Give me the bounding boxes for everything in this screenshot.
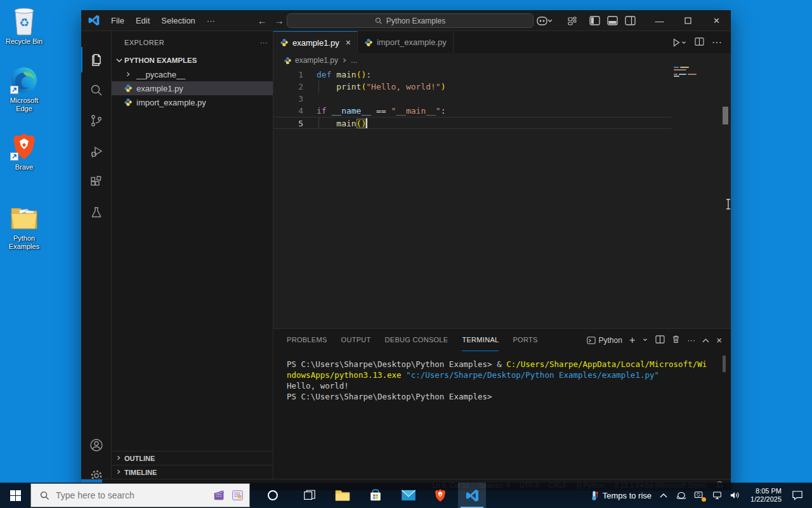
split-editor-icon[interactable]	[695, 37, 704, 48]
copilot-icon[interactable]	[536, 13, 554, 29]
file-name: import_example.py	[136, 98, 206, 107]
python-file-icon	[123, 98, 133, 107]
explorer-section-header[interactable]: PYTHON EXAMPLES	[112, 53, 273, 67]
code-line[interactable]: 1def main():	[273, 69, 671, 81]
file-row[interactable]: import_example.py	[112, 95, 273, 109]
close-button[interactable]: ×	[702, 10, 731, 31]
desktop-icon-python-examples[interactable]: Python Examples	[1, 203, 47, 251]
activity-extensions-icon[interactable]	[81, 170, 112, 195]
minimap-line	[674, 69, 722, 70]
menu-item[interactable]: Selection	[155, 10, 200, 31]
editor-tab[interactable]: example1.py×	[273, 31, 358, 53]
vscode-taskbar-button[interactable]	[458, 483, 486, 508]
activity-explorer-icon[interactable]	[81, 47, 112, 72]
toggle-sidebar-icon[interactable]	[586, 13, 603, 29]
menu-item[interactable]: Edit	[130, 10, 155, 31]
minimap-line	[674, 76, 722, 77]
desktop-icon-brave[interactable]: Brave	[1, 132, 47, 171]
editor-tab[interactable]: import_example.py	[358, 31, 454, 53]
section-outline[interactable]: OUTLINE	[112, 451, 273, 465]
tray-expand-chevron-icon[interactable]	[658, 490, 669, 501]
menu-item[interactable]: ···	[201, 10, 221, 31]
panel-tab-ports[interactable]: PORTS	[513, 329, 537, 351]
forward-arrow-icon[interactable]: →	[275, 15, 284, 26]
activity-source-control-icon[interactable]	[81, 108, 112, 133]
code-line[interactable]: 4if __name__ == "__main__":	[273, 105, 671, 117]
recycle-bin-icon: ♻	[10, 6, 39, 36]
maximize-button[interactable]	[674, 10, 702, 31]
close-panel-icon[interactable]: ×	[716, 335, 722, 345]
movies-icon	[213, 488, 226, 502]
terminal-output[interactable]: PS C:\Users\Sharpe\Desktop\Python Exampl…	[287, 359, 714, 476]
chevron-right-icon	[115, 455, 122, 462]
vscode-logo-icon	[88, 14, 100, 27]
desktop-icon-recycle-bin[interactable]: ♻ Recycle Bin	[1, 6, 47, 46]
panel-tab-debug-console[interactable]: DEBUG CONSOLE	[385, 329, 449, 351]
new-terminal-icon[interactable]: +	[629, 335, 635, 346]
toggle-panel-icon[interactable]	[603, 13, 621, 29]
taskbar-search-box[interactable]	[30, 483, 250, 507]
file-row[interactable]: __pycache__	[112, 67, 273, 81]
activity-search-icon[interactable]	[81, 77, 112, 103]
back-arrow-icon[interactable]: ←	[258, 15, 267, 26]
activity-account-icon[interactable]	[81, 432, 112, 458]
terminal-scrollbar[interactable]	[723, 356, 726, 372]
minimap[interactable]	[674, 67, 722, 78]
line-number: 3	[273, 93, 317, 105]
activity-testing-icon[interactable]	[81, 200, 112, 225]
panel-tab-problems[interactable]: PROBLEMS	[287, 329, 327, 351]
maximize-panel-icon[interactable]	[702, 335, 709, 345]
close-tab-icon[interactable]: ×	[346, 37, 351, 48]
terminal-dropdown-icon[interactable]	[642, 335, 648, 345]
desktop-icon-microsoft-edge[interactable]: Microsoft Edge	[1, 65, 47, 113]
panel-more-actions-icon[interactable]: ···	[687, 335, 695, 345]
minimap-line	[674, 67, 722, 68]
title-bar-right: — ×	[536, 10, 731, 31]
mail-button[interactable]	[395, 483, 422, 508]
panel-tab-terminal[interactable]: TERMINAL	[462, 329, 499, 351]
onedrive-tray-icon[interactable]	[676, 490, 687, 501]
terminal-line: PS C:\Users\Sharpe\Desktop\Python Exampl…	[287, 359, 714, 370]
explorer-more-actions-icon[interactable]: ···	[260, 39, 268, 46]
code-editor[interactable]: 1def main():2 print("Hello, world!")34if…	[273, 67, 731, 328]
editor-scrollbar[interactable]	[723, 107, 728, 124]
kill-terminal-trash-icon[interactable]	[672, 335, 680, 345]
run-python-button[interactable]	[672, 38, 687, 47]
shortcut-arrow-icon	[10, 152, 18, 161]
microsoft-store-button[interactable]	[362, 483, 390, 508]
code-line[interactable]: 5 main()	[273, 117, 671, 129]
editor-more-actions-icon[interactable]: ···	[712, 37, 722, 48]
editor-region: example1.py×import_example.py ··· exampl…	[273, 31, 731, 328]
search-icon	[375, 17, 383, 25]
python-file-icon	[364, 38, 373, 47]
weather-widget[interactable]: Temps to rise	[591, 490, 652, 501]
taskbar-clock[interactable]: 8:05 PM 1/22/2025	[747, 487, 785, 504]
breadcrumb-file: example1.py	[295, 56, 338, 65]
volume-tray-icon[interactable]	[729, 490, 740, 501]
cortana-button[interactable]	[259, 483, 287, 508]
file-row[interactable]: example1.py	[112, 81, 273, 95]
code-line[interactable]: 2 print("Hello, world!")	[273, 81, 671, 93]
start-button[interactable]	[0, 483, 30, 508]
sync-tray-icon[interactable]	[693, 490, 705, 501]
customize-layout-icon[interactable]	[564, 13, 582, 29]
brave-taskbar-button[interactable]	[426, 483, 454, 508]
toggle-secondary-sidebar-icon[interactable]	[621, 13, 639, 29]
minimize-button[interactable]: —	[645, 10, 674, 31]
panel-tab-output[interactable]: OUTPUT	[341, 329, 371, 351]
section-timeline[interactable]: TIMELINE	[112, 465, 273, 479]
breadcrumb-tail: ...	[351, 56, 357, 65]
code-line[interactable]: 3	[273, 93, 671, 105]
command-center-search[interactable]: Python Examples	[287, 13, 534, 28]
network-tray-icon[interactable]	[711, 490, 723, 501]
menu-item[interactable]: File	[105, 10, 130, 31]
file-explorer-button[interactable]	[329, 483, 357, 508]
taskbar-search-input[interactable]	[56, 490, 176, 500]
action-center-icon[interactable]	[792, 490, 803, 501]
file-list: __pycache__example1.pyimport_example.py	[112, 67, 273, 109]
breadcrumb[interactable]: example1.py ...	[273, 53, 731, 67]
terminal-shell-label[interactable]: Python	[587, 336, 622, 345]
activity-run-debug-icon[interactable]	[81, 139, 112, 164]
split-terminal-icon[interactable]	[655, 335, 665, 345]
task-view-button[interactable]	[296, 483, 324, 508]
